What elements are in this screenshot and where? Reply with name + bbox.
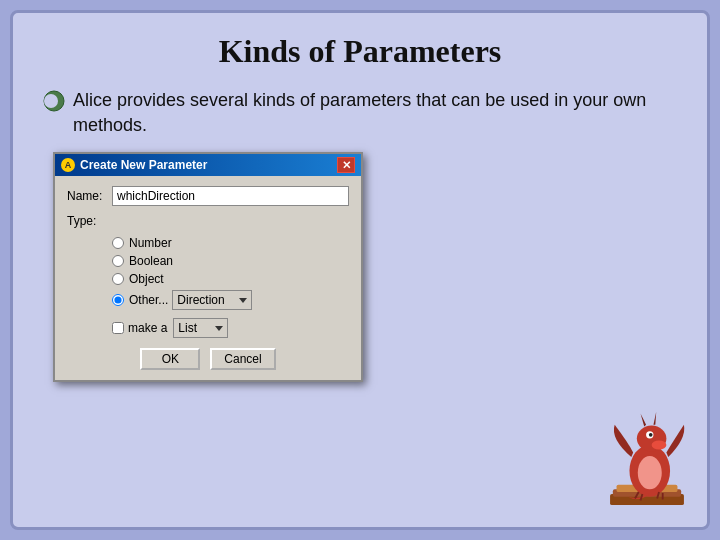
svg-point-7 bbox=[652, 440, 667, 449]
dialog-create-parameter: A Create New Parameter ✕ Name: bbox=[53, 152, 363, 382]
direction-dropdown-arrow-icon bbox=[239, 298, 247, 303]
dialog-make-a-row: make a List bbox=[112, 318, 349, 338]
radio-object[interactable] bbox=[112, 273, 124, 285]
radio-boolean-label: Boolean bbox=[129, 254, 173, 268]
dialog-container: A Create New Parameter ✕ Name: bbox=[53, 152, 677, 382]
make-a-checkbox[interactable] bbox=[112, 322, 124, 334]
bullet-moon-icon bbox=[43, 90, 65, 112]
radio-other[interactable] bbox=[112, 294, 124, 306]
dialog-name-row: Name: bbox=[67, 186, 349, 206]
slide-title: Kinds of Parameters bbox=[43, 33, 677, 70]
dialog-type-row: Type: bbox=[67, 214, 349, 228]
radio-row-object: Object bbox=[112, 272, 349, 286]
slide-body: Alice provides several kinds of paramete… bbox=[43, 88, 677, 382]
radio-row-number: Number bbox=[112, 236, 349, 250]
radio-number-label: Number bbox=[129, 236, 172, 250]
dialog-other-row: Other... Direction bbox=[112, 290, 349, 310]
svg-point-10 bbox=[638, 456, 662, 489]
dialog-close-button[interactable]: ✕ bbox=[337, 157, 355, 173]
list-dropdown-value: List bbox=[178, 321, 197, 335]
dialog-type-label: Type: bbox=[67, 214, 112, 228]
svg-point-1 bbox=[44, 94, 58, 108]
dialog-titlebar: A Create New Parameter ✕ bbox=[55, 154, 361, 176]
bullet-item-1: Alice provides several kinds of paramete… bbox=[43, 88, 677, 138]
dialog-button-row: OK Cancel bbox=[67, 348, 349, 370]
direction-dropdown-value: Direction bbox=[177, 293, 224, 307]
dialog-name-input[interactable] bbox=[112, 186, 349, 206]
radio-number[interactable] bbox=[112, 237, 124, 249]
bullet-text-1: Alice provides several kinds of paramete… bbox=[73, 88, 677, 138]
dialog-app-icon: A bbox=[61, 158, 75, 172]
ok-button[interactable]: OK bbox=[140, 348, 200, 370]
slide-text-area: Alice provides several kinds of paramete… bbox=[43, 88, 677, 382]
list-dropdown[interactable]: List bbox=[173, 318, 228, 338]
dialog-body: Name: Type: Number bbox=[55, 176, 361, 380]
direction-dropdown[interactable]: Direction bbox=[172, 290, 252, 310]
radio-object-label: Object bbox=[129, 272, 164, 286]
list-dropdown-arrow-icon bbox=[215, 326, 223, 331]
radio-other-label: Other... bbox=[129, 293, 168, 307]
dialog-radio-group: Number Boolean Object bbox=[112, 236, 349, 286]
radio-boolean[interactable] bbox=[112, 255, 124, 267]
svg-point-9 bbox=[649, 433, 653, 437]
cancel-button[interactable]: Cancel bbox=[210, 348, 275, 370]
make-a-label-text: make a bbox=[128, 321, 167, 335]
dragon-mascot bbox=[602, 397, 692, 517]
radio-row-boolean: Boolean bbox=[112, 254, 349, 268]
slide: Kinds of Parameters Alice provides sever… bbox=[10, 10, 710, 530]
dialog-title: Create New Parameter bbox=[80, 158, 207, 172]
dialog-titlebar-left: A Create New Parameter bbox=[61, 158, 207, 172]
dialog-name-label: Name: bbox=[67, 189, 112, 203]
make-a-checkbox-label: make a bbox=[112, 321, 167, 335]
